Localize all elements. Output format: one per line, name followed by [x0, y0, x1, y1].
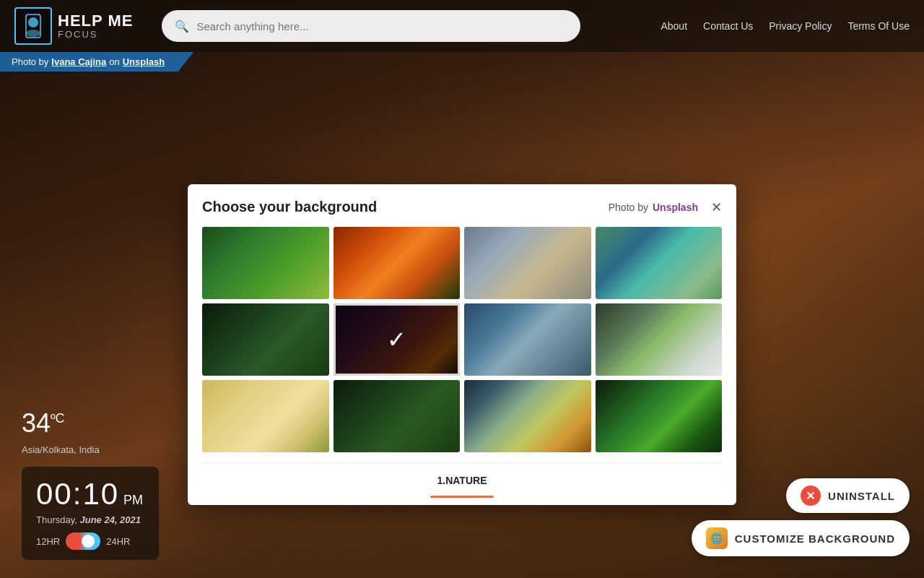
photo-credit-author[interactable]: Ivana Cajina	[51, 56, 106, 67]
bg-option-3[interactable]	[464, 227, 591, 299]
modal-credit-label: Photo by	[609, 202, 648, 213]
nav-about[interactable]: About	[661, 20, 687, 32]
logo-area: HELP ME FOCUS	[14, 7, 133, 45]
image-grid: ✓	[202, 227, 722, 452]
modal-photo-credit: Photo by Unsplash ✕	[609, 199, 722, 215]
bg-option-7[interactable]	[464, 303, 591, 376]
bg-option-6[interactable]: ✓	[334, 303, 461, 376]
tab-nature[interactable]: 1.NATURE	[423, 470, 502, 491]
bg-option-8[interactable]	[596, 303, 723, 376]
bg-option-12[interactable]	[596, 380, 723, 452]
customize-icon: 🌐	[706, 527, 728, 549]
uninstall-button[interactable]: ✕ UNINSTALL	[786, 478, 910, 513]
nav-links: About Contact Us Privacy Policy Terms Of…	[661, 20, 910, 32]
bg-option-11[interactable]	[464, 380, 591, 452]
photo-credit-connector: on	[109, 56, 119, 67]
background-chooser-modal: Choose your background Photo by Unsplash…	[188, 184, 736, 505]
uninstall-label: UNINSTALL	[828, 490, 895, 502]
customize-background-button[interactable]: 🌐 CUSTOMIZE BACKGROUND	[692, 520, 910, 556]
nav-privacy[interactable]: Privacy Policy	[769, 20, 832, 32]
search-input[interactable]	[196, 20, 567, 33]
modal-title: Choose your background	[202, 199, 377, 215]
search-icon: 🔍	[175, 20, 189, 33]
photo-credit-platform[interactable]: Unsplash	[123, 56, 165, 67]
bg-option-2[interactable]	[334, 227, 461, 299]
bg-option-10[interactable]	[334, 380, 461, 452]
logo-icon	[14, 7, 52, 45]
nav-contact[interactable]: Contact Us	[703, 20, 753, 32]
photo-credit-prefix: Photo by	[12, 56, 48, 67]
nav-terms[interactable]: Terms Of Use	[847, 20, 910, 32]
customize-label: CUSTOMIZE BACKGROUND	[735, 532, 895, 545]
svg-point-1	[26, 30, 40, 37]
bg-option-9[interactable]	[202, 380, 329, 452]
bottom-right-actions: ✕ UNINSTALL 🌐 CUSTOMIZE BACKGROUND	[692, 478, 910, 556]
photo-credit-bar: Photo by Ivana Cajina on Unsplash	[0, 52, 193, 72]
bg-option-5[interactable]	[202, 303, 329, 376]
logo-help-me-label: HELP ME	[58, 12, 133, 30]
bg-option-4[interactable]	[596, 227, 723, 299]
category-tabs: 1.NATURE	[202, 462, 722, 491]
svg-point-0	[28, 17, 38, 27]
search-bar[interactable]: 🔍	[162, 10, 580, 42]
bg-option-1[interactable]	[202, 227, 329, 299]
modal-header: Choose your background Photo by Unsplash…	[202, 199, 722, 215]
logo-text: HELP ME FOCUS	[58, 12, 133, 40]
uninstall-icon: ✕	[801, 486, 821, 506]
modal-credit-link[interactable]: Unsplash	[653, 202, 698, 213]
header: HELP ME FOCUS 🔍 About Contact Us Privacy…	[0, 0, 924, 52]
logo-focus-label: FOCUS	[58, 30, 133, 40]
close-button[interactable]: ✕	[711, 199, 722, 215]
